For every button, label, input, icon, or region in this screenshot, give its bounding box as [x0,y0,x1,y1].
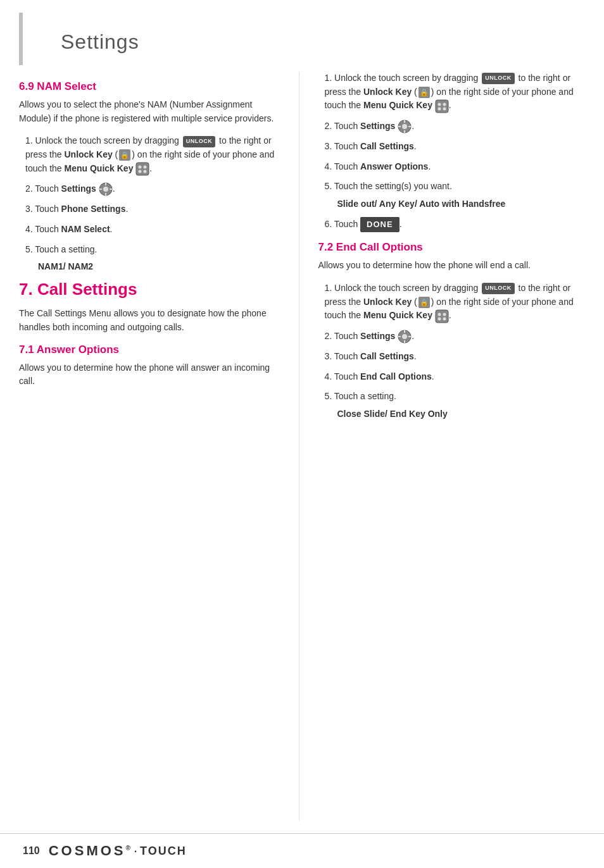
svg-rect-21 [408,126,411,127]
svg-point-4 [144,170,147,173]
svg-rect-18 [404,120,405,123]
section-69: 6.9 NAM Select Allows you to select the … [19,80,286,273]
svg-point-6 [103,187,108,192]
svg-rect-29 [404,330,405,333]
page-header: Settings [19,13,604,65]
svg-rect-8 [105,193,106,195]
footer-product: TOUCH [140,845,187,858]
svg-rect-10 [110,189,112,190]
svg-point-25 [437,317,441,320]
svg-point-17 [402,124,407,129]
unlock-icon: UNLOCK [482,283,515,294]
step-item: 4. Touch NAM Select. [19,223,286,237]
nam-options: NAM1/ NAM2 [38,260,286,273]
page-container: Settings 6.9 NAM Select Allows you to se… [0,0,604,868]
menu-quick-key-icon [135,162,149,176]
svg-point-3 [139,170,142,173]
unlock-icon: UNLOCK [183,136,216,147]
svg-point-28 [402,334,407,339]
left-column: 6.9 NAM Select Allows you to select the … [19,71,299,821]
svg-point-12 [437,102,441,106]
step-item: 4. Touch End Call Options. [318,370,586,384]
step-item: 6. Touch DONE. [318,217,586,232]
section-72: 7.2 End Call Options Allows you to deter… [318,241,586,421]
answer-options-values: Slide out/ Any Key/ Auto with Handsfree [337,197,586,211]
svg-point-13 [443,102,446,106]
svg-rect-9 [99,189,102,190]
settings-icon [398,330,412,344]
step-item: 3. Touch Phone Settings. [19,202,286,216]
svg-rect-30 [404,340,405,343]
svg-rect-22 [436,310,448,323]
step-item: 5. Touch a setting. NAM1/ NAM2 [19,243,286,274]
step-item: 4. Touch Answer Options. [318,160,586,174]
svg-rect-31 [398,336,401,337]
page-footer: 110 COSMOS® · TOUCH [0,833,604,868]
section-71: 7.1 Answer Options Allows you to determi… [19,344,286,388]
section-71-heading: 7.1 Answer Options [19,344,286,356]
svg-rect-20 [398,126,401,127]
svg-rect-7 [105,183,106,185]
end-call-options: Close Slide/ End Key Only [337,407,586,421]
answer-options-steps: 1. Unlock the touch screen by dragging U… [318,71,586,232]
section-69-body: Allows you to select the phone's NAM (Nu… [19,98,286,125]
section-71-body: Allows you to determine how the phone wi… [19,361,286,388]
page-title: Settings [61,30,139,53]
svg-rect-0 [136,163,149,175]
step-item: 1. Unlock the touch screen by dragging U… [318,282,586,323]
svg-rect-32 [408,336,411,337]
step-item: 1. Unlock the touch screen by dragging U… [318,71,586,113]
svg-point-24 [443,313,446,316]
menu-quick-key-icon [435,99,449,113]
svg-rect-19 [404,130,405,133]
section-7-heading: 7. Call Settings [19,280,286,299]
svg-point-14 [437,107,441,110]
section-7: 7. Call Settings The Call Settings Menu … [19,280,286,334]
section-69-heading: 6.9 NAM Select [19,80,286,93]
section-69-steps: 1. Unlock the touch screen by dragging U… [19,134,286,273]
svg-rect-11 [436,100,448,113]
step-item: 2. Touch Settings . [318,330,586,344]
step-item: 5. Touch a setting. Close Slide/ End Key… [318,390,586,421]
svg-point-26 [443,317,446,320]
right-column: 1. Unlock the touch screen by dragging U… [306,71,586,821]
svg-point-15 [443,107,446,110]
main-content: 6.9 NAM Select Allows you to select the … [0,65,604,833]
step-item: 1. Unlock the touch screen by dragging U… [19,134,286,176]
svg-point-2 [144,166,147,169]
step-item: 3. Touch Call Settings. [318,350,586,364]
step-item: 2. Touch Settings . [318,120,586,133]
step-item: 3. Touch Call Settings. [318,140,586,154]
settings-icon [99,182,113,196]
menu-quick-key-icon [435,309,449,323]
section-72-body: Allows you to determine how the phone wi… [318,259,586,273]
done-button: DONE [360,217,400,232]
key-icon: 🔒 [119,149,130,161]
key-icon: 🔒 [418,87,430,98]
footer-brand: COSMOS® [49,843,131,859]
section-72-heading: 7.2 End Call Options [318,241,586,254]
svg-point-23 [437,313,441,316]
svg-point-1 [139,166,142,169]
step-item: 2. Touch Settings . [19,182,286,196]
section-7-body: The Call Settings Menu allows you to des… [19,307,286,334]
key-icon: 🔒 [418,297,430,308]
step-item: 5. Touch the setting(s) you want. Slide … [318,180,586,211]
footer-page-number: 110 [23,845,40,857]
section-72-steps: 1. Unlock the touch screen by dragging U… [318,282,586,421]
settings-icon [398,120,412,133]
unlock-icon: UNLOCK [482,73,515,84]
